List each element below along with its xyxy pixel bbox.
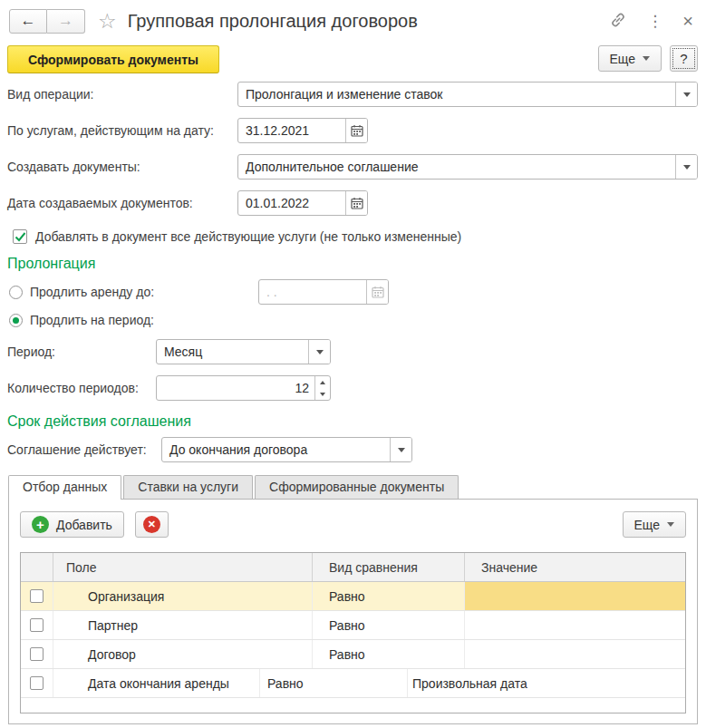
more-button-table[interactable]: Еще xyxy=(623,511,687,538)
calendar-icon[interactable] xyxy=(345,119,367,142)
create-documents-value: Дополнительное соглашение xyxy=(238,155,675,179)
create-documents-label: Создавать документы: xyxy=(7,160,237,174)
cell-field[interactable]: Партнер xyxy=(53,611,313,639)
favorite-star-icon[interactable]: ☆ xyxy=(98,11,117,32)
titlebar: ← → ☆ Групповая пролонгация договоров ⋮ … xyxy=(0,0,706,34)
cell-comparison[interactable]: Равно xyxy=(313,640,465,668)
create-documents-row: Создавать документы: Дополнительное согл… xyxy=(7,154,698,180)
cell-comparison[interactable]: Равно xyxy=(313,611,465,639)
chevron-down-icon xyxy=(667,522,674,527)
chevron-down-icon xyxy=(643,56,650,61)
period-label: Период: xyxy=(7,345,156,359)
delete-x-icon: ✕ xyxy=(143,516,160,533)
documents-date-value: 01.01.2022 xyxy=(238,191,345,215)
add-row-label: Добавить xyxy=(56,518,112,532)
row-checkbox[interactable] xyxy=(30,676,44,690)
tab-generated-documents[interactable]: Сформированные документы xyxy=(255,475,459,499)
form: Вид операции: Пролонгация и изменение ст… xyxy=(0,74,706,462)
operation-select[interactable]: Пролонгация и изменение ставок xyxy=(237,82,698,107)
tab-strip: Отбор данных Ставки на услуги Сформирова… xyxy=(0,475,706,499)
period-count-row: Количество периодов: 12 xyxy=(7,375,698,401)
operation-value: Пролонгация и изменение ставок xyxy=(238,83,675,106)
tab-service-rates[interactable]: Ставки на услуги xyxy=(123,475,253,499)
agreement-valid-select[interactable]: До окончания договора xyxy=(161,437,412,462)
agreement-valid-label: Соглашение действует: xyxy=(7,442,161,457)
calendar-icon[interactable] xyxy=(345,191,367,215)
table-row[interactable]: Организация Равно xyxy=(21,582,685,611)
close-icon[interactable]: × xyxy=(682,12,693,30)
extend-until-radio[interactable] xyxy=(9,286,23,299)
tab-data-selection[interactable]: Отбор данных xyxy=(8,475,121,500)
filter-table: Поле Вид сравнения Значение Организация … xyxy=(20,552,686,713)
add-all-services-label: Добавлять в документ все действующие усл… xyxy=(35,229,461,244)
documents-date-row: Дата создаваемых документов: 01.01.2022 xyxy=(7,190,698,216)
calendar-icon[interactable] xyxy=(366,280,388,304)
extend-until-date-input[interactable]: . . xyxy=(258,279,389,305)
more-button-label: Еще xyxy=(610,52,636,66)
period-row: Период: Месяц xyxy=(7,339,698,364)
documents-date-input[interactable]: 01.01.2022 xyxy=(237,190,368,216)
back-button[interactable]: ← xyxy=(9,9,47,34)
spinner-down-icon[interactable] xyxy=(315,388,330,400)
create-documents-select[interactable]: Дополнительное соглашение xyxy=(237,154,698,180)
spinner-up-icon[interactable] xyxy=(315,376,330,388)
page-title: Групповая пролонгация договоров xyxy=(128,11,610,32)
prolongation-section-title: Пролонгация xyxy=(7,256,698,272)
add-row-button[interactable]: + Добавить xyxy=(20,511,124,538)
table-row[interactable]: Партнер Равно xyxy=(21,611,685,640)
operation-row: Вид операции: Пролонгация и изменение ст… xyxy=(7,82,698,107)
cell-field[interactable]: Дата окончания аренды xyxy=(53,669,260,697)
cell-comparison[interactable]: Равно xyxy=(260,669,408,697)
row-checkbox[interactable] xyxy=(30,618,44,632)
data-selection-panel: + Добавить ✕ Еще Поле Вид сравнения Знач… xyxy=(8,499,698,724)
chevron-down-icon[interactable] xyxy=(308,340,330,364)
table-row[interactable]: Дата окончания аренды Равно Произвольная… xyxy=(21,669,685,698)
group-prolongation-window: ← → ☆ Групповая пролонгация договоров ⋮ … xyxy=(0,0,706,728)
table-row[interactable]: Договор Равно xyxy=(21,640,685,669)
nav-buttons: ← → xyxy=(9,9,85,34)
period-count-input[interactable]: 12 xyxy=(156,375,331,401)
selection-toolbar: + Добавить ✕ Еще xyxy=(9,500,697,538)
services-date-label: По услугам, действующим на дату: xyxy=(7,123,237,138)
services-date-value: 31.12.2021 xyxy=(238,119,345,142)
row-checkbox[interactable] xyxy=(30,589,44,603)
cell-comparison[interactable]: Равно xyxy=(313,582,465,610)
header-field: Поле xyxy=(53,553,313,581)
delete-row-button[interactable]: ✕ xyxy=(135,511,169,538)
forward-arrow-icon: → xyxy=(58,12,73,30)
selection-toolbar-right: Еще xyxy=(623,511,687,538)
extend-until-row: Продлить аренду до: . . xyxy=(7,279,698,305)
more-button-top[interactable]: Еще xyxy=(598,45,662,72)
back-arrow-icon: ← xyxy=(21,12,36,30)
chevron-down-icon[interactable] xyxy=(675,155,697,179)
forward-button[interactable]: → xyxy=(47,9,85,34)
row-checkbox[interactable] xyxy=(30,647,44,661)
add-all-services-checkbox[interactable] xyxy=(13,229,27,244)
period-count-label: Количество периодов: xyxy=(7,381,156,395)
cell-value[interactable] xyxy=(465,582,685,610)
chevron-down-icon[interactable] xyxy=(675,83,697,106)
extend-period-row: Продлить на период: xyxy=(7,310,698,330)
cell-value[interactable] xyxy=(465,640,685,668)
cell-value[interactable]: Произвольная дата xyxy=(408,669,685,697)
command-bar-right: Еще ? xyxy=(598,45,699,72)
agreement-section-title: Срок действия соглашения xyxy=(7,413,698,430)
help-button[interactable]: ? xyxy=(670,45,698,72)
chevron-down-icon[interactable] xyxy=(390,438,411,461)
cell-field[interactable]: Договор xyxy=(53,640,313,668)
header-checkbox-column xyxy=(21,553,53,581)
services-date-row: По услугам, действующим на дату: 31.12.2… xyxy=(7,118,698,143)
add-all-services-row: Добавлять в документ все действующие усл… xyxy=(13,227,698,247)
table-empty-row xyxy=(21,698,685,713)
cell-field[interactable]: Организация xyxy=(53,582,313,610)
services-date-input[interactable]: 31.12.2021 xyxy=(237,118,368,143)
titlebar-icons: ⋮ × xyxy=(609,11,697,32)
cell-value[interactable] xyxy=(465,611,685,639)
link-icon[interactable] xyxy=(609,11,627,32)
table-header-row: Поле Вид сравнения Значение xyxy=(21,553,685,582)
generate-documents-button[interactable]: Сформировать документы xyxy=(7,45,219,73)
period-select[interactable]: Месяц xyxy=(156,339,331,364)
extend-period-radio[interactable] xyxy=(9,314,23,327)
kebab-menu-icon[interactable]: ⋮ xyxy=(647,14,662,29)
more-button-table-label: Еще xyxy=(634,518,661,532)
